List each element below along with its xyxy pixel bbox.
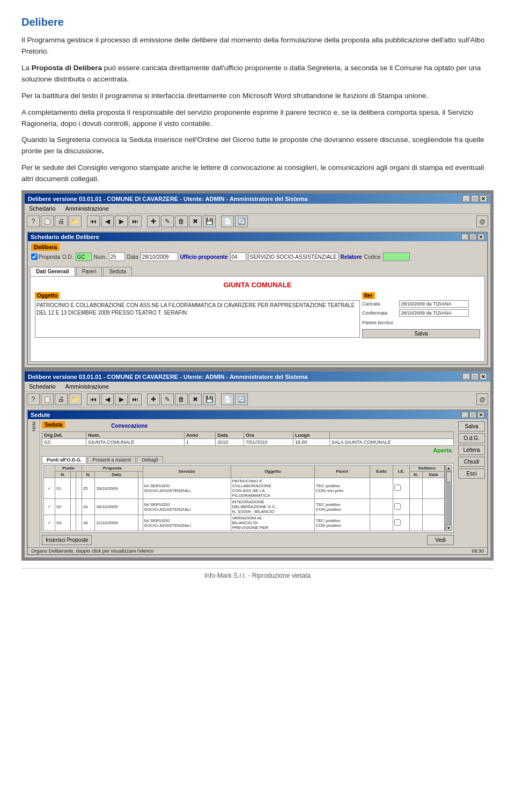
win1-close-button[interactable]: ✕	[480, 195, 487, 202]
lettera-button[interactable]: Lettera	[458, 445, 485, 455]
table-row[interactable]: ✓ 03 18 21/10/2009 04 SERVIZIOSOCIO-ASSI…	[44, 515, 445, 531]
schedario-close[interactable]: ✕	[477, 234, 484, 240]
row3-check[interactable]: ✓	[44, 515, 55, 531]
bottom-buttons-row: Inserisci Proposte Vedi	[42, 535, 454, 545]
win2-tb-edit[interactable]: ✎	[161, 393, 174, 405]
sedute-title-buttons: _ □ ✕	[461, 412, 484, 418]
win2-tb-email[interactable]: @	[476, 393, 488, 405]
parere-row: Parere tecnico	[362, 318, 480, 325]
tab-dati-generali[interactable]: Dati Generali	[30, 267, 75, 276]
tb-doc-button[interactable]: 📄	[221, 215, 234, 227]
schedario-maximize[interactable]: □	[469, 234, 476, 240]
win2-tb-delete[interactable]: 🗑	[175, 393, 188, 405]
paragraph-2: La Proposta di Delibera può essere caric…	[21, 63, 494, 85]
win2-tb-next[interactable]: ▶	[115, 393, 128, 405]
win2-tb-folder[interactable]: 📁	[69, 393, 82, 405]
oggetto-text[interactable]: PATROCINIO E COLLABORAZIONE CON ASS.NE L…	[35, 300, 360, 338]
col-num: Num.	[86, 432, 184, 439]
table-row[interactable]: ✓ 02 24 28/10/2009 04 SERVIZIOSOCIO-ASSI…	[44, 499, 445, 515]
row2-check[interactable]: ✓	[44, 499, 55, 515]
scroll-down-button[interactable]: ▼	[446, 525, 452, 531]
tab-pareri[interactable]: Pareri	[76, 267, 102, 276]
row1-propdata: 28/10/2009	[95, 478, 138, 499]
win2-minimize-button[interactable]: _	[462, 373, 470, 380]
tab-punti-odg[interactable]: Punti all'O.D.G.	[42, 456, 86, 463]
odg-button[interactable]: O.d.G.	[458, 433, 485, 443]
tab-seduta[interactable]: Seduta	[103, 267, 132, 276]
menu-schedario[interactable]: Schedario	[27, 205, 58, 212]
status-right-text: 08:30	[472, 548, 484, 554]
col-orgdel: Org.Del.	[42, 432, 86, 439]
win1-minimize-button[interactable]: _	[462, 195, 470, 202]
salva-right-button[interactable]: Salva	[458, 421, 485, 431]
table-row[interactable]: ✓ 01 25 28/10/2009 04 SERVIZIOSOCIO-ASSI…	[44, 478, 445, 499]
tb-cancel-button[interactable]: ✖	[189, 215, 202, 227]
data-value[interactable]: 28/10/2009	[141, 252, 178, 261]
oggetto-column: Oggetto PATROCINIO E COLLABORAZIONE CON …	[35, 292, 360, 338]
win2-tb-last[interactable]: ⏭	[129, 393, 142, 405]
tb-email-button[interactable]: @	[476, 215, 488, 227]
th-punto-empty2	[76, 472, 82, 478]
tb-refresh-button[interactable]: 🔄	[235, 215, 248, 227]
od-value[interactable]: GC	[76, 252, 92, 261]
win2-menu-amministrazione[interactable]: Amministrazione	[63, 383, 111, 390]
win2-tb-cancel[interactable]: ✖	[189, 393, 202, 405]
tab-presenti-assenti[interactable]: Presenti e Assenti	[87, 456, 136, 463]
schedario-minimize[interactable]: _	[461, 234, 468, 240]
tb-print-button[interactable]: 🖨	[55, 215, 68, 227]
bold-proposta: Proposta di Delibera	[32, 64, 102, 72]
tb-next-button[interactable]: ▶	[115, 215, 128, 227]
win2-tb-print[interactable]: 🖨	[55, 393, 68, 405]
salva-button[interactable]: Salva	[362, 329, 480, 338]
scroll-thumb[interactable]	[446, 472, 452, 482]
tb-clipboard-button[interactable]: 📋	[41, 215, 54, 227]
win2-tb-help[interactable]: ?	[27, 393, 40, 405]
tab-dettagli[interactable]: Dettagli	[137, 456, 163, 463]
inserisci-proposte-button[interactable]: Inserisci Proposte	[42, 535, 92, 545]
footer: Info-Mark S.r.l. - Riproduzione vietata	[21, 568, 494, 579]
ufficio-name[interactable]: SERVIZIO SOCIO-ASSISTENZIALE	[248, 252, 339, 261]
row1-oggetto: PATROCINIO ECOLLABORAZIONECON ASS.NE LAF…	[231, 478, 314, 499]
win2-tb-doc[interactable]: 📄	[221, 393, 234, 405]
row2-pareri: TEC positivoCON positivo	[314, 499, 370, 515]
tb-help-button[interactable]: ?	[27, 215, 40, 227]
vedi-button[interactable]: Vedi	[427, 535, 454, 545]
tb-edit-button[interactable]: ✎	[161, 215, 174, 227]
tb-prev-button[interactable]: ◀	[101, 215, 114, 227]
tb-first-button[interactable]: ⏮	[87, 215, 100, 227]
proposta-checkbox-label[interactable]: Proposta	[31, 254, 60, 260]
ufficio-code[interactable]: 04	[230, 252, 246, 261]
scroll-track	[446, 471, 452, 525]
num-value[interactable]: 25	[109, 252, 125, 261]
win2-close-button[interactable]: ✕	[480, 373, 487, 380]
relatore-code[interactable]	[383, 252, 410, 261]
win2-tb-first[interactable]: ⏮	[87, 393, 100, 405]
tb-save-button[interactable]: 💾	[203, 215, 216, 227]
seduta-header: Seduta Convocazione	[42, 421, 454, 430]
win2-tb-prev[interactable]: ◀	[101, 393, 114, 405]
tb-add-button[interactable]: ✚	[147, 215, 160, 227]
win2-tb-refresh[interactable]: 🔄	[235, 393, 248, 405]
win2-maximize-button[interactable]: □	[471, 373, 479, 380]
tb-folder-button[interactable]: 📁	[69, 215, 82, 227]
chiudi-button[interactable]: Chiudi	[458, 457, 485, 467]
proposta-checkbox[interactable]	[31, 254, 38, 260]
paragraph-1: Il Programma gestisce il processo di emi…	[21, 35, 494, 57]
win1-maximize-button[interactable]: □	[471, 195, 479, 202]
sedute-minimize[interactable]: _	[461, 412, 468, 418]
tb-last-button[interactable]: ⏭	[129, 215, 142, 227]
row1-check[interactable]: ✓	[44, 478, 55, 499]
sedute-close[interactable]: ✕	[477, 412, 484, 418]
win2-menu-schedario[interactable]: Schedario	[27, 383, 58, 390]
row3-ie	[393, 515, 409, 531]
win2-tb-clipboard[interactable]: 📋	[41, 393, 54, 405]
win2-tb-add[interactable]: ✚	[147, 393, 160, 405]
menu-amministrazione[interactable]: Amministrazione	[63, 205, 111, 212]
win1-title-text: Delibere versione 03.01.01 - COMUNE DI C…	[28, 196, 307, 202]
win2-tb-save[interactable]: 💾	[203, 393, 216, 405]
scroll-up-button[interactable]: ▲	[446, 465, 452, 471]
esci-button[interactable]: Esci	[458, 468, 485, 479]
seduta-row[interactable]: GC GIUNTA COMUNALE 1 2010 7/01/2010 18.0…	[42, 439, 454, 446]
sedute-maximize[interactable]: □	[469, 412, 476, 418]
tb-delete-button[interactable]: 🗑	[175, 215, 188, 227]
